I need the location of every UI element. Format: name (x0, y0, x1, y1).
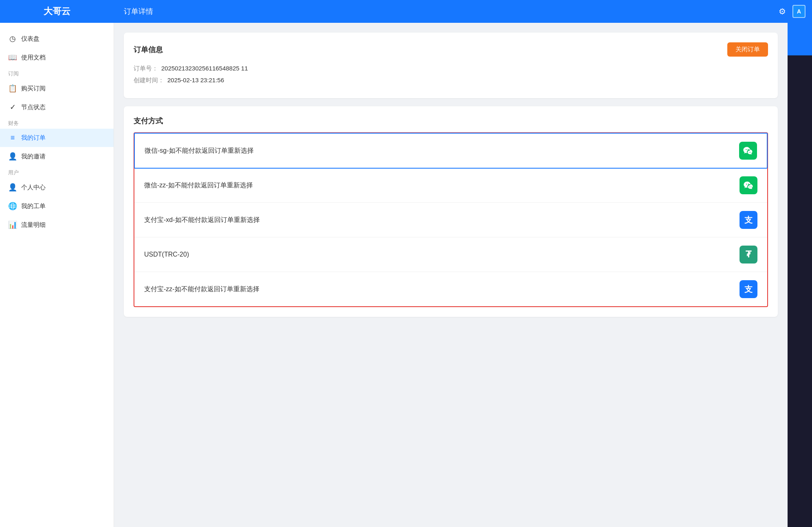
payment-option-icon-usdt-trc20: ₮ (740, 246, 757, 264)
payment-methods-card: 支付方式 微信-sg-如不能付款返回订单重新选择 微信-zz-如不能付款返回订单… (124, 106, 778, 317)
created-time-label: 创建时间： (134, 77, 164, 84)
sidebar-item-buy-subscription[interactable]: 📋购买订阅 (0, 79, 114, 98)
created-time-value: 2025-02-13 23:21:56 (167, 77, 224, 84)
sidebar-item-label-my-invitations: 我的邀请 (21, 153, 46, 160)
page-title: 订单详情 (114, 7, 779, 16)
sidebar-section-label: 财务 (0, 116, 114, 129)
payment-options-list: 微信-sg-如不能付款返回订单重新选择 微信-zz-如不能付款返回订单重新选择 … (134, 132, 768, 307)
payment-option-alipay-xd[interactable]: 支付宝-xd-如不能付款返回订单重新选择支 (134, 203, 767, 237)
payment-methods-title: 支付方式 (134, 116, 768, 126)
sidebar-icon-traffic-detail: 📊 (8, 220, 17, 229)
sidebar-item-label-buy-subscription: 购买订阅 (21, 85, 46, 92)
sidebar-icon-buy-subscription: 📋 (8, 84, 17, 93)
order-number-value: 20250213230256116548825 11 (161, 65, 248, 72)
payment-option-icon-alipay-zz: 支 (740, 280, 757, 298)
sidebar-item-label-docs: 使用文档 (21, 54, 46, 61)
sidebar-icon-my-invitations: 👤 (8, 152, 17, 161)
payment-option-label-alipay-zz: 支付宝-zz-如不能付款返回订单重新选择 (144, 285, 259, 294)
header-actions: ⚙ A (779, 5, 812, 18)
sidebar-item-node-status[interactable]: ✓节点状态 (0, 98, 114, 116)
order-number-label: 订单号： (134, 65, 158, 72)
sidebar-item-profile[interactable]: 👤个人中心 (0, 178, 114, 197)
payment-option-wechat-zz[interactable]: 微信-zz-如不能付款返回订单重新选择 (134, 168, 767, 203)
right-panel (788, 23, 812, 527)
order-info-title: 订单信息 (134, 45, 163, 55)
sidebar-icon-profile: 👤 (8, 183, 17, 192)
sidebar-icon-docs: 📖 (8, 53, 17, 62)
payment-option-icon-wechat-sg (739, 142, 757, 160)
gear-icon: ⚙ (779, 7, 786, 16)
sidebar-item-my-invitations[interactable]: 👤我的邀请 (0, 147, 114, 166)
sidebar-icon-node-status: ✓ (8, 103, 17, 112)
sidebar-item-label-dashboard: 仪表盘 (21, 35, 40, 43)
sidebar-item-label-profile: 个人中心 (21, 184, 46, 191)
app-logo: 大哥云 (0, 0, 114, 23)
payment-option-alipay-zz[interactable]: 支付宝-zz-如不能付款返回订单重新选择支 (134, 272, 767, 306)
sidebar-item-dashboard[interactable]: ◷仪表盘 (0, 29, 114, 48)
payment-option-label-wechat-sg: 微信-sg-如不能付款返回订单重新选择 (145, 147, 254, 155)
content-area: 订单信息 关闭订单 订单号： 20250213230256116548825 1… (114, 23, 788, 527)
sidebar-item-label-my-orders: 我的订单 (21, 134, 46, 142)
payment-option-icon-wechat-zz (740, 176, 757, 194)
sidebar-section-label: 用户 (0, 166, 114, 178)
payment-option-label-alipay-xd: 支付宝-xd-如不能付款返回订单重新选择 (144, 216, 260, 224)
sidebar-item-my-orders[interactable]: ≡我的订单 (0, 129, 114, 147)
payment-option-icon-alipay-xd: 支 (740, 211, 757, 229)
sidebar-icon-dashboard: ◷ (8, 34, 17, 43)
payment-option-wechat-sg[interactable]: 微信-sg-如不能付款返回订单重新选择 (134, 133, 768, 169)
payment-option-label-usdt-trc20: USDT(TRC-20) (144, 251, 189, 258)
sidebar-item-docs[interactable]: 📖使用文档 (0, 48, 114, 67)
sidebar-item-label-my-workorder: 我的工单 (21, 202, 46, 210)
avatar-button[interactable]: A (792, 5, 805, 18)
payment-option-usdt-trc20[interactable]: USDT(TRC-20)₮ (134, 237, 767, 272)
payment-option-label-wechat-zz: 微信-zz-如不能付款返回订单重新选择 (144, 181, 253, 190)
sidebar: ◷仪表盘📖使用文档订阅📋购买订阅✓节点状态财务≡我的订单👤我的邀请用户👤个人中心… (0, 23, 114, 527)
sidebar-section-label: 订阅 (0, 67, 114, 79)
sidebar-icon-my-orders: ≡ (8, 134, 17, 142)
close-order-button[interactable]: 关闭订单 (727, 42, 768, 57)
order-info-card: 订单信息 关闭订单 订单号： 20250213230256116548825 1… (124, 33, 778, 98)
sidebar-item-my-workorder[interactable]: 🌐我的工单 (0, 197, 114, 215)
sidebar-item-label-traffic-detail: 流量明细 (21, 221, 46, 229)
sidebar-item-label-node-status: 节点状态 (21, 103, 46, 111)
sidebar-icon-my-workorder: 🌐 (8, 202, 17, 211)
settings-icon-button[interactable]: ⚙ (779, 7, 786, 16)
right-panel-blue-section (788, 23, 812, 55)
sidebar-item-traffic-detail[interactable]: 📊流量明细 (0, 215, 114, 234)
